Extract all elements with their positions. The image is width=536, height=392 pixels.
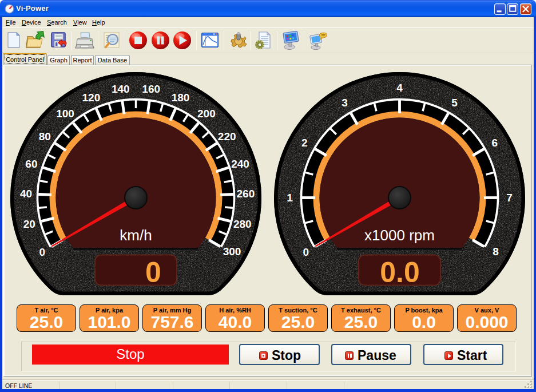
svg-text:240: 240 xyxy=(231,158,249,170)
svg-text:260: 260 xyxy=(237,188,255,200)
svg-text:0: 0 xyxy=(303,246,309,258)
svg-text:200: 200 xyxy=(197,108,216,120)
svg-text:140: 140 xyxy=(112,83,130,95)
svg-text:0.0: 0.0 xyxy=(380,256,420,288)
svg-text:220: 220 xyxy=(218,130,236,142)
svg-text:160: 160 xyxy=(142,83,160,95)
svg-text:20: 20 xyxy=(23,218,35,230)
svg-text:120: 120 xyxy=(82,92,101,104)
svg-text:5: 5 xyxy=(451,97,458,109)
svg-text:180: 180 xyxy=(172,92,190,104)
svg-text:80: 80 xyxy=(39,130,51,142)
svg-text:280: 280 xyxy=(233,218,252,230)
svg-text:2: 2 xyxy=(301,137,308,149)
svg-text:6: 6 xyxy=(492,137,498,149)
svg-text:40: 40 xyxy=(20,188,32,200)
svg-text:x1000 rpm: x1000 rpm xyxy=(364,227,435,244)
svg-text:60: 60 xyxy=(25,158,37,170)
svg-text:100: 100 xyxy=(56,108,74,120)
svg-text:km/h: km/h xyxy=(120,227,152,244)
svg-text:1: 1 xyxy=(287,192,293,204)
svg-text:300: 300 xyxy=(223,246,241,258)
svg-text:7: 7 xyxy=(506,192,513,204)
svg-text:3: 3 xyxy=(342,97,348,109)
svg-text:0: 0 xyxy=(39,246,46,258)
svg-text:8: 8 xyxy=(493,246,499,258)
svg-text:0: 0 xyxy=(145,256,161,288)
svg-text:4: 4 xyxy=(396,82,403,94)
